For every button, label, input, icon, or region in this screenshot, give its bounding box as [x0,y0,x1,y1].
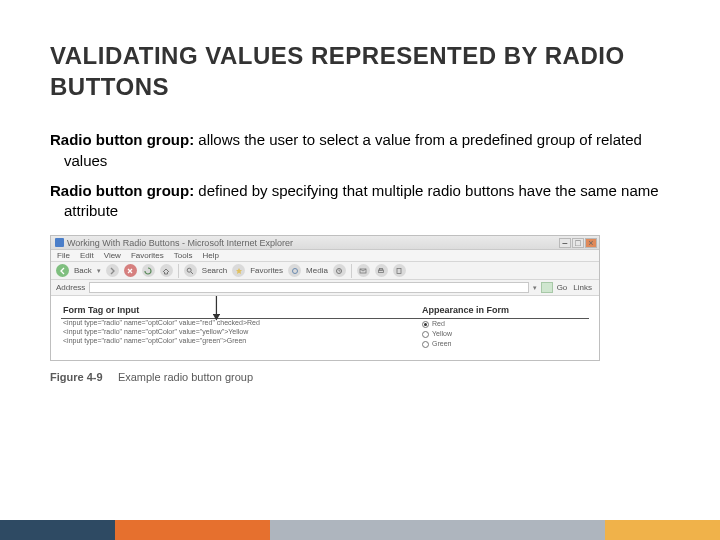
favorites-label: Favorites [250,266,283,275]
table-appearance-cell: Red Yellow Green [420,319,589,350]
toolbar: Back ▾ Search [51,262,599,280]
menu-favorites[interactable]: Favorites [131,251,164,260]
home-icon[interactable] [160,264,173,277]
minimize-button[interactable]: ‒ [559,238,571,248]
favorites-icon[interactable] [232,264,245,277]
browser-content: Form Tag or Input Appearance in Form <in… [51,296,599,359]
toolbar-separator-2 [351,264,352,278]
window-buttons: ‒ □ × [559,238,597,248]
go-button[interactable] [541,282,553,293]
address-dropdown-icon[interactable]: ▾ [533,284,537,292]
address-bar: Address ▾ Go Links [51,280,599,296]
paragraph-1: Radio button group: allows the user to s… [50,130,670,171]
code-line-2: <input type="radio" name="optColor" valu… [63,328,418,337]
svg-point-0 [187,268,191,272]
address-label: Address [56,283,85,292]
slide-title: VALIDATING VALUES REPRESENTED BY RADIO B… [50,40,670,102]
figure: Working With Radio Buttons - Microsoft I… [50,235,670,382]
close-button[interactable]: × [585,238,597,248]
figure-number: Figure 4-9 [50,371,103,383]
radio-label: Green [432,340,451,349]
paragraph-2-label: Radio button group: [50,182,198,199]
forward-icon[interactable] [106,264,119,277]
ie-icon [55,238,64,247]
menu-view[interactable]: View [104,251,121,260]
window-titlebar: Working With Radio Buttons - Microsoft I… [51,236,599,250]
figure-caption-text: Example radio button group [118,371,253,383]
radio-icon [422,341,429,348]
paragraph-1-label: Radio button group: [50,131,198,148]
radio-icon [422,321,429,328]
edit-icon[interactable] [393,264,406,277]
svg-rect-6 [380,268,383,270]
go-label: Go [557,283,568,292]
menu-help[interactable]: Help [202,251,218,260]
code-line-3: <input type="radio" name="optColor" valu… [63,337,418,346]
svg-rect-7 [397,268,401,273]
menu-edit[interactable]: Edit [80,251,94,260]
address-input[interactable] [89,282,528,293]
browser-window: Working With Radio Buttons - Microsoft I… [50,235,600,360]
maximize-button[interactable]: □ [572,238,584,248]
links-button[interactable]: Links [571,283,594,292]
search-icon[interactable] [184,264,197,277]
stop-icon[interactable] [124,264,137,277]
radio-label: Yellow [432,330,452,339]
mail-icon[interactable] [357,264,370,277]
radio-option-yellow[interactable]: Yellow [422,330,587,339]
svg-point-2 [292,268,297,273]
body-text: Radio button group: allows the user to s… [50,130,670,221]
code-line-1: <input type="radio" name="optColor" valu… [63,319,418,328]
svg-line-1 [191,272,193,274]
table-code-cell: <input type="radio" name="optColor" valu… [61,319,420,350]
figure-caption: Figure 4-9 Example radio button group [50,371,670,383]
window-title-text: Working With Radio Buttons - Microsoft I… [67,238,293,248]
paragraph-2: Radio button group: defined by specifyin… [50,181,670,222]
back-dropdown-icon[interactable]: ▾ [97,267,101,275]
footer-color-strip [0,520,720,540]
radio-option-green[interactable]: Green [422,340,587,349]
table-header-appearance: Appearance in Form [420,302,589,319]
radio-icon [422,331,429,338]
history-icon[interactable] [333,264,346,277]
back-icon[interactable] [56,264,69,277]
menubar: File Edit View Favorites Tools Help [51,250,599,262]
media-icon[interactable] [288,264,301,277]
toolbar-separator [178,264,179,278]
table-header-code: Form Tag or Input [61,302,420,319]
media-label: Media [306,266,328,275]
refresh-icon[interactable] [142,264,155,277]
search-label: Search [202,266,227,275]
menu-tools[interactable]: Tools [174,251,193,260]
back-label: Back [74,266,92,275]
radio-option-red[interactable]: Red [422,320,587,329]
menu-file[interactable]: File [57,251,70,260]
example-table: Form Tag or Input Appearance in Form <in… [61,302,589,349]
radio-label: Red [432,320,445,329]
print-icon[interactable] [375,264,388,277]
